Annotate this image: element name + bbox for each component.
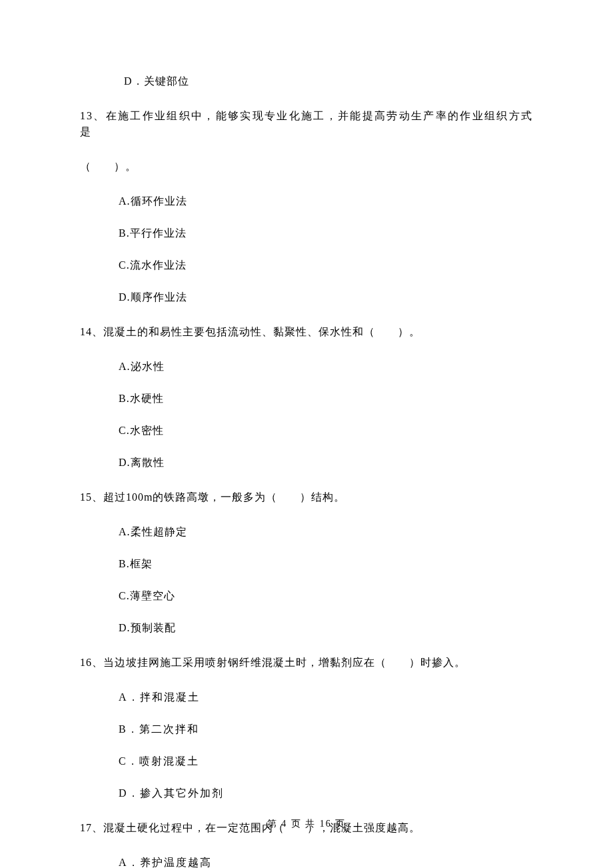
question-15: 15、超过100m的铁路高墩，一般多为（ ）结构。 A.柔性超静定 B.框架 C… — [80, 489, 533, 636]
option-b: B.水硬性 — [119, 391, 533, 407]
option-b: B.平行作业法 — [119, 225, 533, 241]
orphan-option-d: D．关键部位 — [124, 73, 533, 89]
options-list: A．养护温度越高 B．砂子粒径越大 — [119, 855, 533, 868]
options-list: A．拌和混凝土 B．第二次拌和 C．喷射混凝土 D．掺入其它外加剂 — [119, 689, 533, 801]
option-a: A.循环作业法 — [119, 193, 533, 209]
option-a: A．拌和混凝土 — [119, 689, 533, 705]
question-16: 16、当边坡挂网施工采用喷射钢纤维混凝土时，增黏剂应在（ ）时掺入。 A．拌和混… — [80, 655, 533, 801]
option-d: D．掺入其它外加剂 — [119, 785, 533, 801]
option-c: C.流水作业法 — [119, 257, 533, 273]
question-stem: 15、超过100m的铁路高墩，一般多为（ ）结构。 — [80, 489, 533, 505]
question-13: 13、在施工作业组织中，能够实现专业化施工，并能提高劳动生产率的作业组织方式是 … — [80, 108, 533, 305]
option-d: D.离散性 — [119, 455, 533, 471]
option-a: A．养护温度越高 — [119, 855, 533, 868]
page-footer: 第 4 页 共 16 页 — [0, 817, 613, 831]
option-c: C.薄壁空心 — [119, 588, 533, 604]
option-d: D.顺序作业法 — [119, 289, 533, 305]
question-stem: 16、当边坡挂网施工采用喷射钢纤维混凝土时，增黏剂应在（ ）时掺入。 — [80, 655, 533, 671]
option-b: B．第二次拌和 — [119, 721, 533, 737]
options-list: A.柔性超静定 B.框架 C.薄壁空心 D.预制装配 — [119, 524, 533, 636]
question-stem: 14、混凝土的和易性主要包括流动性、黏聚性、保水性和（ ）。 — [80, 324, 533, 340]
option-c: C．喷射混凝土 — [119, 753, 533, 769]
options-list: A.循环作业法 B.平行作业法 C.流水作业法 D.顺序作业法 — [119, 193, 533, 305]
page-content: D．关键部位 13、在施工作业组织中，能够实现专业化施工，并能提高劳动生产率的作… — [0, 0, 613, 868]
question-stem-continuation: （ ）。 — [80, 159, 533, 175]
question-14: 14、混凝土的和易性主要包括流动性、黏聚性、保水性和（ ）。 A.泌水性 B.水… — [80, 324, 533, 471]
option-d: D.预制装配 — [119, 620, 533, 636]
option-b: B.框架 — [119, 556, 533, 572]
question-stem: 13、在施工作业组织中，能够实现专业化施工，并能提高劳动生产率的作业组织方式是 — [80, 108, 533, 140]
option-c: C.水密性 — [119, 423, 533, 439]
option-a: A.柔性超静定 — [119, 524, 533, 540]
option-a: A.泌水性 — [119, 359, 533, 375]
options-list: A.泌水性 B.水硬性 C.水密性 D.离散性 — [119, 359, 533, 471]
